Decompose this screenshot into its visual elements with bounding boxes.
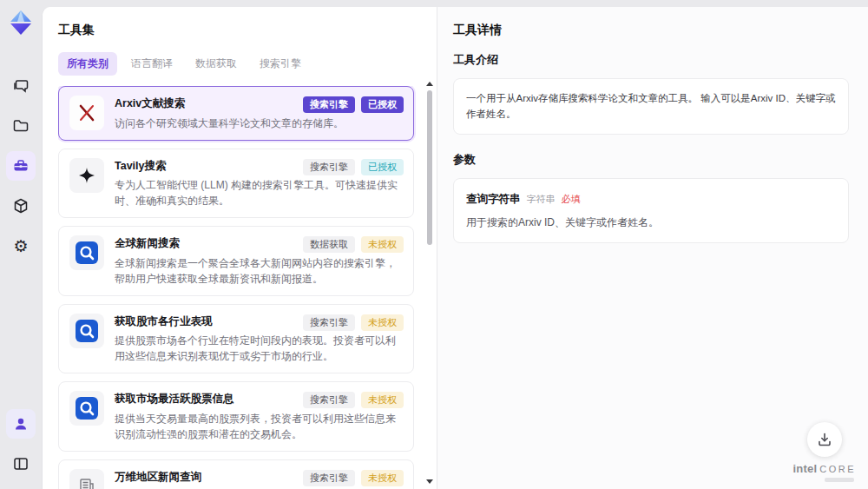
blue-search-logo-icon bbox=[69, 391, 104, 426]
intro-heading: 工具介绍 bbox=[453, 52, 849, 68]
core-wordmark: core bbox=[819, 464, 856, 474]
arxiv-logo-icon bbox=[69, 96, 104, 130]
page-title: 工具集 bbox=[58, 23, 424, 38]
news-logo-icon bbox=[69, 469, 104, 489]
sidebar-item-tools[interactable] bbox=[6, 151, 36, 181]
tool-list-pane: 工具集 所有类别 语言翻译 数据获取 搜索引擎 A bbox=[43, 7, 437, 489]
tool-description: 专为人工智能代理 (LLM) 构建的搜索引擎工具。可快速提供实时、准确和真实的结… bbox=[115, 177, 403, 208]
intel-wordmark: intel bbox=[792, 462, 817, 475]
blue-search-logo-icon bbox=[69, 235, 104, 270]
tool-tags: 搜索引擎 已授权 bbox=[303, 159, 404, 175]
category-badge: 搜索引擎 bbox=[303, 96, 355, 113]
intel-core-logo: intel core bbox=[792, 462, 856, 475]
tool-description: 提供股票市场各个行业在特定时间段内的表现。投资者可以利用这些信息来识别表现优于或… bbox=[115, 333, 403, 364]
tab-search-engine[interactable]: 搜索引擎 bbox=[251, 52, 310, 76]
tool-card-global-news[interactable]: 全球新闻搜索 全球新闻搜索是一个聚合全球各大新闻网站内容的搜索引擎，帮助用户快速… bbox=[58, 226, 414, 296]
download-button[interactable] bbox=[807, 422, 842, 457]
user-icon bbox=[13, 416, 29, 432]
tool-detail-pane: 工具详情 工具介绍 一个用于从Arxiv存储库搜索科学论文和文章的工具。 输入可… bbox=[437, 7, 868, 489]
parameter-required-badge: 必填 bbox=[562, 192, 581, 208]
category-badge: 搜索引擎 bbox=[303, 159, 355, 175]
corner-overlay: intel core bbox=[792, 422, 856, 482]
auth-badge: 已授权 bbox=[361, 159, 404, 175]
scrollbar-up-arrow-icon[interactable] bbox=[426, 82, 433, 86]
tool-description: 访问各个研究领域大量科学论文和文章的存储库。 bbox=[115, 116, 344, 131]
core-ultra-mark bbox=[825, 478, 854, 482]
auth-badge: 未授权 bbox=[361, 392, 404, 408]
cube-icon bbox=[12, 197, 30, 215]
sidebar: ⚙ bbox=[0, 0, 42, 489]
scrollbar-down-arrow-icon[interactable] bbox=[426, 479, 433, 484]
sidebar-item-files[interactable] bbox=[6, 111, 36, 141]
tool-tags: 搜索引擎 已授权 bbox=[303, 96, 404, 113]
blue-search-logo-icon bbox=[69, 314, 104, 348]
sidebar-item-packages[interactable] bbox=[6, 191, 36, 221]
tool-card-most-active-stocks[interactable]: 获取市场最活跃股票信息 提供当天交易量最高的股票列表，投资者可以利用这些信息来识… bbox=[58, 381, 414, 452]
sidebar-item-settings[interactable]: ⚙ bbox=[6, 231, 36, 261]
sidebar-item-account[interactable] bbox=[6, 409, 36, 439]
category-badge: 搜索引擎 bbox=[303, 470, 355, 486]
tool-list: Arxiv文献搜索 访问各个研究领域大量科学论文和文章的存储库。 搜索引擎 已授… bbox=[58, 86, 424, 489]
sidebar-item-chat[interactable] bbox=[6, 71, 36, 101]
sparkle-logo-icon bbox=[69, 158, 104, 193]
tab-data-fetch[interactable]: 数据获取 bbox=[187, 52, 246, 76]
tool-tags: 搜索引擎 未授权 bbox=[303, 314, 404, 331]
list-scrollbar[interactable] bbox=[425, 82, 434, 484]
parameter-box: 查询字符串 字符串 必填 用于搜索的Arxiv ID、关键字或作者姓名。 bbox=[453, 178, 849, 243]
gear-icon: ⚙ bbox=[13, 238, 28, 254]
scrollbar-thumb[interactable] bbox=[427, 90, 432, 245]
tab-language-translation[interactable]: 语言翻译 bbox=[122, 52, 181, 76]
auth-badge: 未授权 bbox=[361, 314, 404, 331]
tool-card-tavily[interactable]: Tavily搜索 专为人工智能代理 (LLM) 构建的搜索引擎工具。可快速提供实… bbox=[58, 149, 414, 219]
tool-description: 提供当天交易量最高的股票列表，投资者可以利用这些信息来识别流动性强的股票和潜在的… bbox=[115, 411, 403, 442]
auth-badge: 未授权 bbox=[361, 236, 404, 253]
folder-icon bbox=[12, 117, 30, 135]
toolbox-icon bbox=[12, 157, 30, 175]
tool-tags: 数据获取 未授权 bbox=[303, 236, 404, 253]
sidebar-item-collapse[interactable] bbox=[6, 449, 36, 479]
tab-all-categories[interactable]: 所有类别 bbox=[58, 52, 117, 76]
parameter-type: 字符串 bbox=[527, 192, 556, 208]
parameter-header: 查询字符串 字符串 必填 bbox=[466, 190, 836, 208]
download-icon bbox=[817, 432, 832, 447]
category-badge: 搜索引擎 bbox=[303, 314, 355, 331]
tool-description: 全球新闻搜索是一个聚合全球各大新闻网站内容的搜索引擎，帮助用户快速获取全球最新资… bbox=[115, 255, 403, 287]
auth-badge: 已授权 bbox=[361, 96, 404, 113]
panel-toggle-icon bbox=[12, 455, 30, 472]
main-content: 工具集 所有类别 语言翻译 数据获取 搜索引擎 A bbox=[42, 7, 868, 489]
category-badge: 数据获取 bbox=[303, 236, 355, 253]
tool-card-sector-performance[interactable]: 获取股市各行业表现 提供股票市场各个行业在特定时间段内的表现。投资者可以利用这些… bbox=[58, 304, 414, 374]
app-window: ⚙ 工具集 所有类别 语言翻译 数据获取 搜索引擎 bbox=[0, 0, 868, 489]
tool-tags: 搜索引擎 未授权 bbox=[303, 392, 404, 408]
category-tabs: 所有类别 语言翻译 数据获取 搜索引擎 bbox=[58, 52, 424, 76]
category-badge: 搜索引擎 bbox=[303, 392, 355, 408]
detail-title: 工具详情 bbox=[453, 23, 849, 38]
tool-intro-box: 一个用于从Arxiv存储库搜索科学论文和文章的工具。 输入可以是Arxiv ID… bbox=[453, 78, 849, 135]
tool-card-arxiv[interactable]: Arxiv文献搜索 访问各个研究领域大量科学论文和文章的存储库。 搜索引擎 已授… bbox=[58, 86, 414, 141]
auth-badge: 未授权 bbox=[361, 470, 404, 486]
parameter-name: 查询字符串 bbox=[466, 190, 521, 208]
tool-card-regional-news[interactable]: 万维地区新闻查询 查询具体行政区划内的新闻，快速了解各地新闻动 搜索引擎 未授权 bbox=[58, 459, 414, 489]
chat-icon bbox=[12, 77, 30, 95]
params-heading: 参数 bbox=[453, 152, 849, 168]
parameter-description: 用于搜索的Arxiv ID、关键字或作者姓名。 bbox=[466, 215, 836, 231]
tool-tags: 搜索引擎 未授权 bbox=[303, 470, 404, 486]
app-logo[interactable] bbox=[7, 9, 35, 36]
